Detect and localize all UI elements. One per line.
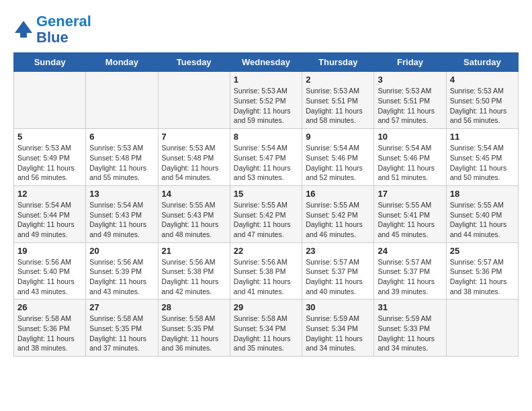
day-number: 29 xyxy=(234,302,298,312)
day-info: Sunrise: 5:55 AM Sunset: 5:42 PM Dayligh… xyxy=(306,200,370,240)
day-number: 10 xyxy=(378,132,442,142)
day-info: Sunrise: 5:57 AM Sunset: 5:37 PM Dayligh… xyxy=(378,257,442,297)
day-info: Sunrise: 5:59 AM Sunset: 5:33 PM Dayligh… xyxy=(378,314,442,353)
calendar-day-cell: 21Sunrise: 5:56 AM Sunset: 5:38 PM Dayli… xyxy=(158,242,230,300)
day-info: Sunrise: 5:57 AM Sunset: 5:36 PM Dayligh… xyxy=(450,257,515,297)
day-number: 6 xyxy=(89,132,154,142)
calendar-empty-cell xyxy=(14,72,86,129)
calendar-day-cell: 24Sunrise: 5:57 AM Sunset: 5:37 PM Dayli… xyxy=(374,242,446,300)
day-number: 2 xyxy=(306,75,370,85)
day-info: Sunrise: 5:54 AM Sunset: 5:47 PM Dayligh… xyxy=(234,143,298,183)
day-number: 11 xyxy=(450,132,515,142)
day-info: Sunrise: 5:54 AM Sunset: 5:46 PM Dayligh… xyxy=(306,143,370,183)
calendar-day-cell: 4Sunrise: 5:53 AM Sunset: 5:50 PM Daylig… xyxy=(446,72,518,129)
calendar-header-wednesday: Wednesday xyxy=(230,53,302,72)
calendar-day-cell: 8Sunrise: 5:54 AM Sunset: 5:47 PM Daylig… xyxy=(230,129,302,186)
day-number: 12 xyxy=(17,189,82,199)
day-number: 5 xyxy=(17,132,82,142)
day-info: Sunrise: 5:55 AM Sunset: 5:43 PM Dayligh… xyxy=(162,200,226,240)
calendar-week-row: 1Sunrise: 5:53 AM Sunset: 5:52 PM Daylig… xyxy=(14,72,519,129)
day-info: Sunrise: 5:53 AM Sunset: 5:49 PM Dayligh… xyxy=(17,143,82,183)
calendar-day-cell: 16Sunrise: 5:55 AM Sunset: 5:42 PM Dayli… xyxy=(302,185,374,242)
day-info: Sunrise: 5:58 AM Sunset: 5:35 PM Dayligh… xyxy=(89,314,154,353)
day-info: Sunrise: 5:53 AM Sunset: 5:48 PM Dayligh… xyxy=(89,143,154,183)
calendar-header-tuesday: Tuesday xyxy=(158,53,230,72)
page-header: General Blue xyxy=(13,13,519,46)
calendar-week-row: 5Sunrise: 5:53 AM Sunset: 5:49 PM Daylig… xyxy=(14,129,519,186)
logo: General Blue xyxy=(13,13,91,46)
day-info: Sunrise: 5:58 AM Sunset: 5:34 PM Dayligh… xyxy=(234,314,298,353)
calendar-week-row: 19Sunrise: 5:56 AM Sunset: 5:40 PM Dayli… xyxy=(14,242,519,300)
day-number: 28 xyxy=(162,302,226,312)
calendar-table: SundayMondayTuesdayWednesdayThursdayFrid… xyxy=(13,52,519,357)
day-info: Sunrise: 5:55 AM Sunset: 5:42 PM Dayligh… xyxy=(234,200,298,240)
calendar-day-cell: 25Sunrise: 5:57 AM Sunset: 5:36 PM Dayli… xyxy=(446,242,518,300)
logo-icon xyxy=(13,19,34,40)
day-info: Sunrise: 5:54 AM Sunset: 5:44 PM Dayligh… xyxy=(17,200,82,240)
day-number: 14 xyxy=(162,189,226,199)
day-number: 4 xyxy=(450,75,515,85)
calendar-header-thursday: Thursday xyxy=(302,53,374,72)
calendar-week-row: 26Sunrise: 5:58 AM Sunset: 5:36 PM Dayli… xyxy=(14,300,519,357)
day-number: 16 xyxy=(306,189,370,199)
day-number: 31 xyxy=(378,302,442,312)
calendar-day-cell: 3Sunrise: 5:53 AM Sunset: 5:51 PM Daylig… xyxy=(374,72,446,129)
calendar-day-cell: 15Sunrise: 5:55 AM Sunset: 5:42 PM Dayli… xyxy=(230,185,302,242)
logo-text: General Blue xyxy=(36,13,91,46)
day-number: 24 xyxy=(378,246,442,256)
day-number: 30 xyxy=(306,302,370,312)
day-number: 23 xyxy=(306,246,370,256)
calendar-day-cell: 26Sunrise: 5:58 AM Sunset: 5:36 PM Dayli… xyxy=(14,300,86,357)
day-number: 19 xyxy=(17,246,82,256)
calendar-day-cell: 12Sunrise: 5:54 AM Sunset: 5:44 PM Dayli… xyxy=(14,185,86,242)
calendar-header-saturday: Saturday xyxy=(446,53,518,72)
calendar-day-cell: 5Sunrise: 5:53 AM Sunset: 5:49 PM Daylig… xyxy=(14,129,86,186)
day-info: Sunrise: 5:56 AM Sunset: 5:40 PM Dayligh… xyxy=(17,257,82,297)
calendar-empty-cell xyxy=(158,72,230,129)
day-number: 22 xyxy=(234,246,298,256)
day-number: 27 xyxy=(89,302,154,312)
day-number: 26 xyxy=(17,302,82,312)
day-info: Sunrise: 5:53 AM Sunset: 5:51 PM Dayligh… xyxy=(306,86,370,126)
calendar-day-cell: 19Sunrise: 5:56 AM Sunset: 5:40 PM Dayli… xyxy=(14,242,86,300)
day-info: Sunrise: 5:55 AM Sunset: 5:40 PM Dayligh… xyxy=(450,200,515,240)
day-number: 13 xyxy=(89,189,154,199)
calendar-day-cell: 9Sunrise: 5:54 AM Sunset: 5:46 PM Daylig… xyxy=(302,129,374,186)
calendar-day-cell: 29Sunrise: 5:58 AM Sunset: 5:34 PM Dayli… xyxy=(230,300,302,357)
calendar-day-cell: 10Sunrise: 5:54 AM Sunset: 5:46 PM Dayli… xyxy=(374,129,446,186)
day-info: Sunrise: 5:54 AM Sunset: 5:43 PM Dayligh… xyxy=(89,200,154,240)
day-info: Sunrise: 5:58 AM Sunset: 5:35 PM Dayligh… xyxy=(162,314,226,353)
day-number: 7 xyxy=(162,132,226,142)
calendar-day-cell: 28Sunrise: 5:58 AM Sunset: 5:35 PM Dayli… xyxy=(158,300,230,357)
day-number: 17 xyxy=(378,189,442,199)
day-info: Sunrise: 5:55 AM Sunset: 5:41 PM Dayligh… xyxy=(378,200,442,240)
calendar-day-cell: 7Sunrise: 5:53 AM Sunset: 5:48 PM Daylig… xyxy=(158,129,230,186)
calendar-day-cell: 17Sunrise: 5:55 AM Sunset: 5:41 PM Dayli… xyxy=(374,185,446,242)
calendar-header-row: SundayMondayTuesdayWednesdayThursdayFrid… xyxy=(14,53,519,72)
day-info: Sunrise: 5:58 AM Sunset: 5:36 PM Dayligh… xyxy=(17,314,82,353)
calendar-day-cell: 11Sunrise: 5:54 AM Sunset: 5:45 PM Dayli… xyxy=(446,129,518,186)
svg-rect-1 xyxy=(20,33,27,38)
day-info: Sunrise: 5:57 AM Sunset: 5:37 PM Dayligh… xyxy=(306,257,370,297)
calendar-header-friday: Friday xyxy=(374,53,446,72)
calendar-day-cell: 31Sunrise: 5:59 AM Sunset: 5:33 PM Dayli… xyxy=(374,300,446,357)
day-number: 9 xyxy=(306,132,370,142)
day-info: Sunrise: 5:53 AM Sunset: 5:51 PM Dayligh… xyxy=(378,86,442,126)
day-number: 18 xyxy=(450,189,515,199)
calendar-day-cell: 13Sunrise: 5:54 AM Sunset: 5:43 PM Dayli… xyxy=(86,185,158,242)
calendar-day-cell: 18Sunrise: 5:55 AM Sunset: 5:40 PM Dayli… xyxy=(446,185,518,242)
day-number: 21 xyxy=(162,246,226,256)
svg-marker-0 xyxy=(15,21,32,33)
day-info: Sunrise: 5:56 AM Sunset: 5:38 PM Dayligh… xyxy=(162,257,226,297)
day-info: Sunrise: 5:53 AM Sunset: 5:52 PM Dayligh… xyxy=(234,86,298,126)
calendar-header-monday: Monday xyxy=(86,53,158,72)
calendar-day-cell: 14Sunrise: 5:55 AM Sunset: 5:43 PM Dayli… xyxy=(158,185,230,242)
calendar-header-sunday: Sunday xyxy=(14,53,86,72)
calendar-day-cell: 30Sunrise: 5:59 AM Sunset: 5:34 PM Dayli… xyxy=(302,300,374,357)
calendar-day-cell: 6Sunrise: 5:53 AM Sunset: 5:48 PM Daylig… xyxy=(86,129,158,186)
day-number: 8 xyxy=(234,132,298,142)
calendar-day-cell: 22Sunrise: 5:56 AM Sunset: 5:38 PM Dayli… xyxy=(230,242,302,300)
day-info: Sunrise: 5:54 AM Sunset: 5:45 PM Dayligh… xyxy=(450,143,515,183)
day-info: Sunrise: 5:59 AM Sunset: 5:34 PM Dayligh… xyxy=(306,314,370,353)
day-number: 15 xyxy=(234,189,298,199)
